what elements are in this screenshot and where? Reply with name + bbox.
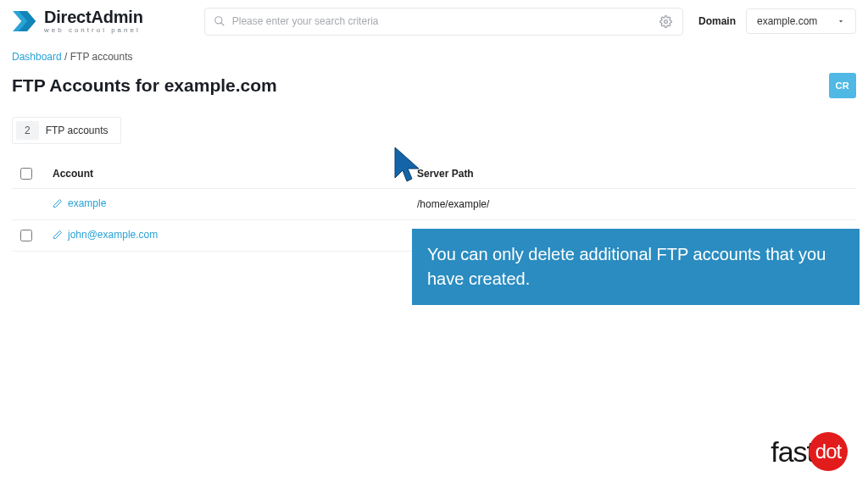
- logo-subtitle: web control panel: [44, 27, 143, 34]
- pencil-icon: [53, 198, 63, 208]
- count-chip: 2 FTP accounts: [12, 117, 121, 144]
- account-link[interactable]: john@example.com: [53, 229, 158, 241]
- watermark-right: dot: [809, 432, 848, 471]
- create-button[interactable]: CR: [829, 73, 857, 98]
- svg-point-0: [214, 17, 221, 24]
- watermark-left: fast: [771, 435, 814, 469]
- table-row: example /home/example/: [12, 189, 856, 220]
- page-title: FTP Accounts for example.com: [12, 75, 277, 96]
- tutorial-callout: You can only delete additional FTP accou…: [412, 229, 860, 305]
- domain-value: example.com: [757, 15, 817, 27]
- svg-line-1: [220, 23, 224, 26]
- domain-label: Domain: [698, 15, 736, 27]
- breadcrumb: Dashboard / FTP accounts: [0, 42, 868, 69]
- row-checkbox[interactable]: [20, 230, 32, 241]
- column-path: Server Path: [417, 168, 851, 180]
- select-all-cell: [17, 168, 53, 180]
- watermark: fast dot: [771, 432, 848, 471]
- count-number: 2: [16, 121, 39, 140]
- logo-title: DirectAdmin: [44, 8, 143, 25]
- search-input[interactable]: [232, 15, 651, 27]
- breadcrumb-current: FTP accounts: [70, 51, 133, 63]
- logo-text: DirectAdmin web control panel: [44, 8, 143, 34]
- breadcrumb-root[interactable]: Dashboard: [12, 51, 62, 63]
- page-header: FTP Accounts for example.com CR: [0, 69, 868, 110]
- search-box: [204, 8, 683, 36]
- svg-point-2: [665, 19, 668, 23]
- chevron-down-icon: [837, 17, 845, 25]
- table-header-row: Account Server Path: [12, 159, 856, 189]
- select-all-checkbox[interactable]: [20, 168, 32, 180]
- gear-icon[interactable]: [658, 14, 674, 30]
- server-path: /home/example/: [417, 198, 851, 210]
- search-wrapper: [204, 8, 683, 36]
- logo[interactable]: DirectAdmin web control panel: [8, 7, 143, 36]
- domain-select[interactable]: example.com: [746, 8, 856, 34]
- summary-row: 2 FTP accounts: [0, 110, 868, 156]
- pencil-icon: [53, 230, 63, 240]
- column-account: Account: [53, 168, 417, 180]
- top-bar: DirectAdmin web control panel Domain exa…: [0, 0, 868, 42]
- account-link[interactable]: example: [53, 197, 106, 209]
- search-icon: [214, 15, 225, 27]
- logo-icon: [8, 7, 37, 36]
- count-label: FTP accounts: [46, 125, 108, 136]
- row-check-cell: [17, 230, 53, 241]
